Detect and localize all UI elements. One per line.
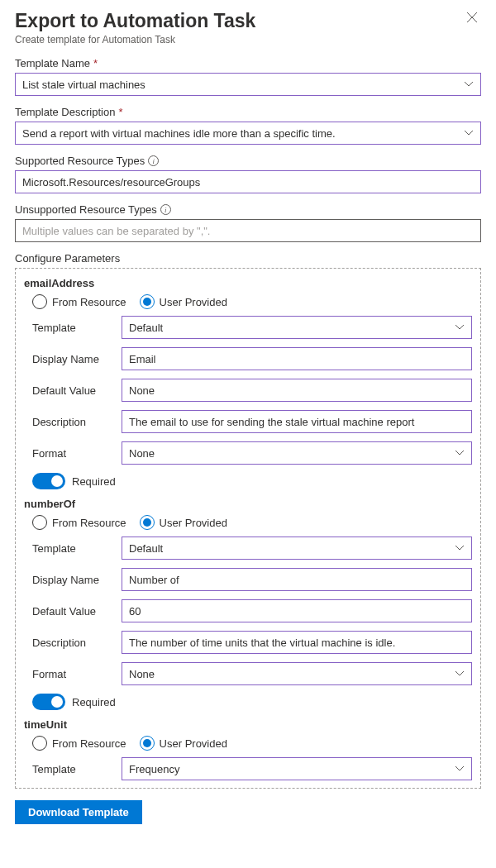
required-star: *	[93, 57, 98, 69]
close-icon[interactable]	[463, 10, 481, 27]
unsupported-types-field: Unsupported Resource Types i Multiple va…	[15, 203, 481, 242]
supported-types-field: Supported Resource Types i Microsoft.Res…	[15, 155, 481, 193]
template-label: Template	[32, 542, 122, 555]
format-label: Format	[32, 447, 122, 460]
chevron-down-icon	[455, 545, 465, 551]
format-row: Format None	[32, 662, 472, 685]
display-name-label: Display Name	[32, 574, 122, 586]
template-name-select[interactable]: List stale virtual machines	[15, 73, 481, 96]
description-input[interactable]: The number of time units that the virtua…	[122, 631, 472, 654]
chevron-down-icon	[455, 324, 465, 331]
format-select[interactable]: None	[122, 662, 472, 685]
param-name: numberOf	[24, 498, 472, 510]
format-label: Format	[32, 668, 122, 680]
user-provided-radio[interactable]: User Provided	[140, 736, 227, 751]
parameters-container: emailAddress From Resource User Provided…	[15, 268, 481, 789]
from-resource-label: From Resource	[52, 296, 126, 308]
format-select[interactable]: None	[122, 441, 472, 465]
param-name: emailAddress	[24, 277, 472, 289]
default-value-row: Default Value None	[32, 379, 472, 402]
template-row: Template Default	[32, 316, 472, 339]
required-label: Required	[72, 696, 116, 708]
chevron-down-icon	[455, 670, 465, 677]
required-toggle[interactable]	[32, 694, 65, 710]
panel-title: Export to Automation Task	[15, 10, 255, 32]
chevron-down-icon	[455, 450, 465, 456]
display-name-input[interactable]: Email	[122, 347, 472, 370]
param-emailAddress: emailAddress From Resource User Provided…	[24, 277, 472, 489]
format-row: Format None	[32, 441, 472, 465]
template-row: Template Frequency	[32, 757, 472, 780]
from-resource-label: From Resource	[52, 517, 126, 529]
from-resource-label: From Resource	[52, 737, 126, 750]
source-radio-group: From Resource User Provided	[32, 294, 472, 309]
template-select[interactable]: Default	[122, 537, 472, 560]
param-name: timeUnit	[24, 718, 472, 731]
template-description-label: Template Description *	[15, 106, 481, 118]
supported-types-label: Supported Resource Types i	[15, 155, 481, 167]
from-resource-radio[interactable]: From Resource	[32, 736, 126, 751]
user-provided-label: User Provided	[160, 517, 227, 529]
from-resource-radio[interactable]: From Resource	[32, 515, 126, 530]
param-numberOf: numberOf From Resource User Provided Tem…	[24, 498, 472, 710]
download-template-button[interactable]: Download Template	[15, 800, 142, 824]
description-input[interactable]: The email to use for sending the stale v…	[122, 410, 472, 433]
template-label: Template	[32, 763, 122, 775]
template-select[interactable]: Default	[122, 316, 472, 339]
panel-title-block: Export to Automation Task Create templat…	[15, 10, 255, 57]
user-provided-radio[interactable]: User Provided	[140, 294, 227, 309]
template-description-select[interactable]: Send a report with virtual machines idle…	[15, 122, 481, 145]
description-label: Description	[32, 637, 122, 649]
required-star: *	[118, 106, 122, 118]
info-icon[interactable]: i	[160, 204, 171, 215]
template-select[interactable]: Frequency	[122, 757, 472, 780]
required-row: Required	[32, 473, 472, 489]
default-value-label: Default Value	[32, 605, 122, 618]
default-value-label: Default Value	[32, 384, 122, 397]
panel-header: Export to Automation Task Create templat…	[15, 10, 481, 57]
user-provided-label: User Provided	[160, 737, 227, 750]
param-timeUnit: timeUnit From Resource User Provided Tem…	[24, 718, 472, 780]
chevron-down-icon	[464, 81, 474, 88]
template-row: Template Default	[32, 537, 472, 560]
default-value-input[interactable]: 60	[122, 599, 472, 622]
description-label: Description	[32, 416, 122, 428]
info-icon[interactable]: i	[148, 155, 159, 166]
required-toggle[interactable]	[32, 473, 65, 489]
panel-subtitle: Create template for Automation Task	[15, 34, 255, 45]
template-label: Template	[32, 322, 122, 334]
chevron-down-icon	[464, 130, 474, 136]
template-description-field: Template Description * Send a report wit…	[15, 106, 481, 145]
template-name-label: Template Name *	[15, 57, 481, 69]
required-row: Required	[32, 694, 472, 710]
user-provided-label: User Provided	[160, 296, 227, 308]
unsupported-types-input[interactable]: Multiple values can be separated by ",".	[15, 219, 481, 242]
source-radio-group: From Resource User Provided	[32, 515, 472, 530]
user-provided-radio[interactable]: User Provided	[140, 515, 227, 530]
configure-parameters-label: Configure Parameters	[15, 252, 481, 265]
source-radio-group: From Resource User Provided	[32, 736, 472, 751]
description-row: Description The number of time units tha…	[32, 631, 472, 654]
description-row: Description The email to use for sending…	[32, 410, 472, 433]
display-name-row: Display Name Number of	[32, 568, 472, 591]
from-resource-radio[interactable]: From Resource	[32, 294, 126, 309]
export-panel: Export to Automation Task Create templat…	[0, 0, 496, 837]
display-name-label: Display Name	[32, 353, 122, 365]
required-label: Required	[72, 475, 116, 488]
unsupported-types-label: Unsupported Resource Types i	[15, 203, 481, 216]
chevron-down-icon	[455, 765, 465, 772]
default-value-input[interactable]: None	[122, 379, 472, 402]
supported-types-input[interactable]: Microsoft.Resources/resourceGroups	[15, 170, 481, 193]
default-value-row: Default Value 60	[32, 599, 472, 622]
display-name-input[interactable]: Number of	[122, 568, 472, 591]
display-name-row: Display Name Email	[32, 347, 472, 370]
template-name-field: Template Name * List stale virtual machi…	[15, 57, 481, 96]
